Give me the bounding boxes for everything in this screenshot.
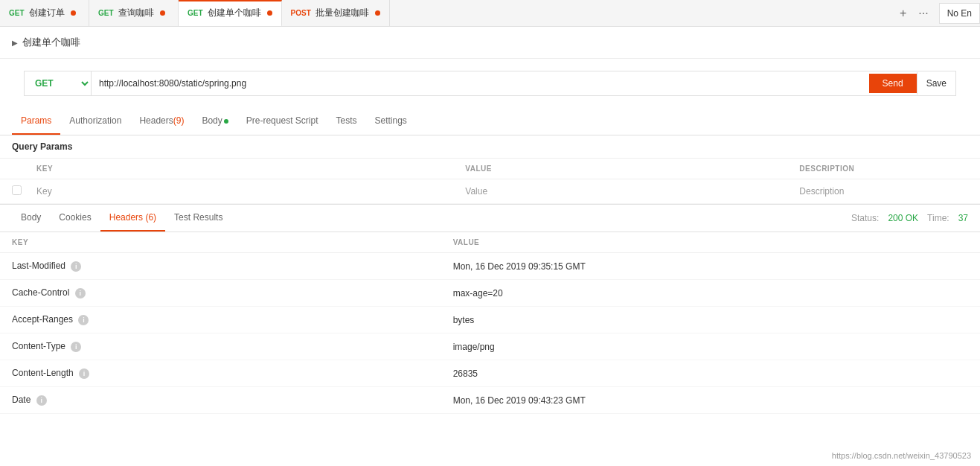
resp-value-cell: max-age=20: [441, 280, 980, 307]
tab-create-order[interactable]: GET 创建订单: [0, 0, 89, 27]
resp-value-cell: image/png: [441, 333, 980, 360]
method-badge-get: GET: [188, 9, 203, 17]
tab-tests[interactable]: Tests: [327, 108, 365, 135]
response-row: Content-Length i 26835: [0, 360, 980, 387]
params-row-placeholder: Key Value Description: [0, 179, 980, 204]
resp-value-cell: 26835: [441, 360, 980, 387]
resp-value-cell: Mon, 16 Dec 2019 09:35:15 GMT: [441, 253, 980, 280]
more-options-button[interactable]: ···: [914, 5, 932, 22]
resp-key-cell: Content-Type i: [0, 333, 441, 360]
save-button[interactable]: Save: [917, 72, 955, 95]
response-row: Last-Modified i Mon, 16 Dec 2019 09:35:1…: [0, 253, 980, 280]
tab-dot: [160, 10, 165, 16]
method-dropdown[interactable]: GET POST PUT DELETE: [25, 71, 92, 95]
params-value-cell[interactable]: Value: [453, 179, 787, 204]
url-bar-wrapper: GET POST PUT DELETE Send Save: [24, 71, 956, 96]
tab-actions: + ···: [889, 5, 939, 22]
url-input[interactable]: [92, 72, 869, 95]
tab-dot: [267, 10, 272, 16]
col-value-header: VALUE: [453, 159, 787, 179]
top-tab-bar: GET 创建订单 GET 查询咖啡 GET 创建单个咖啡 POST 批量创建咖啡…: [0, 0, 980, 27]
response-row: Accept-Ranges i bytes: [0, 307, 980, 333]
send-button[interactable]: Send: [869, 74, 917, 93]
col-key-header: KEY: [25, 159, 453, 179]
response-headers-table: KEY VALUE Last-Modified i Mon, 16 Dec 20…: [0, 232, 980, 414]
response-tabs: Body Cookies Headers (6) Test Results St…: [0, 205, 980, 232]
col-checkbox: [0, 159, 25, 179]
resp-key-cell: Date i: [0, 387, 441, 414]
status-label: Status:: [851, 213, 879, 223]
resp-key-cell: Accept-Ranges i: [0, 307, 441, 333]
response-status-bar: Status: 200 OK Time: 37: [851, 213, 968, 223]
response-row: Date i Mon, 16 Dec 2019 09:43:23 GMT: [0, 387, 980, 414]
chevron-icon: ▶: [12, 39, 18, 47]
tab-label: 查询咖啡: [118, 7, 154, 19]
resp-tab-test-results[interactable]: Test Results: [165, 205, 231, 232]
resp-col-key-header: KEY: [0, 232, 441, 253]
resp-col-value-header: VALUE: [441, 232, 980, 253]
request-title: 创建单个咖啡: [22, 36, 80, 49]
info-icon[interactable]: i: [36, 395, 47, 406]
query-params-header: Query Params: [0, 135, 980, 159]
url-bar-container: GET POST PUT DELETE Send Save: [0, 59, 980, 108]
response-row: Cache-Control i max-age=20: [0, 280, 980, 307]
resp-key-cell: Content-Length i: [0, 360, 441, 387]
resp-value-cell: bytes: [441, 307, 980, 333]
resp-key-cell: Cache-Control i: [0, 280, 441, 307]
resp-tab-body[interactable]: Body: [12, 205, 50, 232]
tab-label: 创建订单: [29, 7, 65, 19]
params-desc-cell[interactable]: Description: [787, 179, 980, 204]
row-checkbox[interactable]: [12, 185, 22, 195]
info-icon[interactable]: i: [79, 368, 89, 379]
resp-value-cell: Mon, 16 Dec 2019 09:43:23 GMT: [441, 387, 980, 414]
method-badge-get: GET: [98, 9, 114, 17]
col-desc-header: DESCRIPTION: [787, 159, 980, 179]
tab-authorization[interactable]: Authorization: [60, 108, 130, 135]
status-value: 200 OK: [888, 213, 918, 223]
tab-settings[interactable]: Settings: [366, 108, 416, 135]
request-title-bar: ▶ 创建单个咖啡: [0, 27, 980, 59]
tab-prescript[interactable]: Pre-request Script: [237, 108, 327, 135]
tab-query-coffee[interactable]: GET 查询咖啡: [89, 0, 179, 27]
info-icon[interactable]: i: [71, 261, 81, 272]
info-icon[interactable]: i: [78, 315, 89, 325]
resp-tab-headers[interactable]: Headers (6): [100, 205, 165, 232]
no-environment-button[interactable]: No En: [939, 3, 980, 24]
method-badge-post: POST: [291, 9, 311, 17]
info-icon[interactable]: i: [75, 288, 86, 299]
time-label: Time:: [927, 213, 949, 223]
time-value: 37: [958, 213, 968, 223]
params-key-cell[interactable]: Key: [25, 179, 453, 204]
params-table: KEY VALUE DESCRIPTION Key Value Descript…: [0, 159, 980, 204]
tab-dot: [71, 10, 76, 16]
body-dot: [224, 119, 228, 124]
resp-tab-cookies[interactable]: Cookies: [50, 205, 100, 232]
response-row: Content-Type i image/png: [0, 333, 980, 360]
tab-body[interactable]: Body: [193, 108, 237, 135]
info-icon[interactable]: i: [71, 342, 81, 352]
tab-label: 创建单个咖啡: [208, 7, 261, 19]
tab-create-single-coffee[interactable]: GET 创建单个咖啡: [179, 0, 282, 27]
tab-dot: [375, 10, 380, 16]
method-badge-get: GET: [9, 9, 25, 17]
tab-params[interactable]: Params: [12, 108, 60, 135]
tab-batch-create-coffee[interactable]: POST 批量创建咖啡: [282, 0, 390, 27]
resp-key-cell: Last-Modified i: [0, 253, 441, 280]
add-tab-button[interactable]: +: [895, 5, 911, 22]
tab-label: 批量创建咖啡: [316, 7, 369, 19]
request-tabs: Params Authorization Headers(9) Body Pre…: [0, 108, 980, 135]
tab-headers[interactable]: Headers(9): [130, 108, 193, 135]
